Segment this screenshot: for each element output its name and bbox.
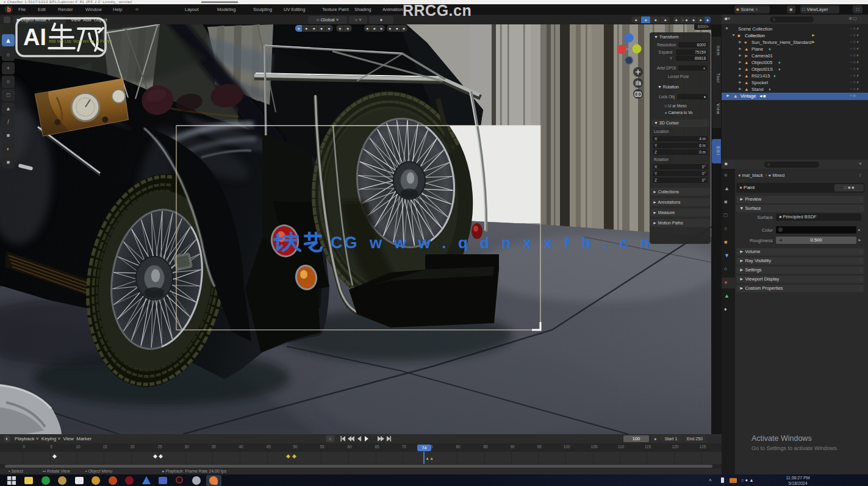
svg-text:AI: AI [23,24,46,50]
svg-text:CG: CG [331,234,359,252]
svg-text:www.qdnxxfb.cn: www.qdnxxfb.cn [369,234,662,252]
